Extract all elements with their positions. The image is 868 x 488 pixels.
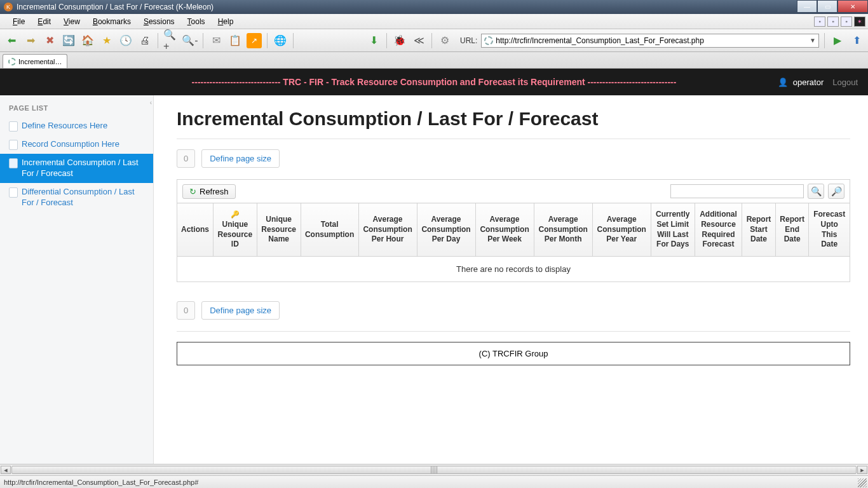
browser-tab[interactable]: Incremental… bbox=[3, 54, 67, 68]
col-header-5[interactable]: Average Consumption Per Day bbox=[417, 203, 475, 257]
document-icon bbox=[9, 158, 18, 168]
menu-help[interactable]: Help bbox=[212, 15, 240, 28]
home-icon[interactable]: 🏠 bbox=[80, 33, 95, 48]
col-header-13[interactable]: Forecast Upto This Date bbox=[809, 203, 850, 257]
app-header: ------------------------------ TRC - FIR… bbox=[0, 69, 868, 95]
menu-tools[interactable]: Tools bbox=[181, 15, 212, 28]
stop-icon[interactable]: ✖ bbox=[42, 33, 57, 48]
col-header-10[interactable]: Additional Resource Required Forecast bbox=[695, 203, 742, 257]
scroll-right-arrow[interactable]: ► bbox=[857, 466, 867, 474]
col-header-3[interactable]: Total Consumption bbox=[301, 203, 358, 257]
search-input[interactable] bbox=[670, 184, 804, 198]
forward-icon[interactable]: ➡ bbox=[23, 33, 38, 48]
col-header-2[interactable]: Unique Resource Name bbox=[257, 203, 301, 257]
window-title: Incremental Consumption / Last For / For… bbox=[17, 3, 214, 11]
menu-edit[interactable]: Edit bbox=[31, 15, 57, 28]
document-icon bbox=[9, 187, 18, 198]
window-minimize-button[interactable]: — bbox=[797, 0, 817, 13]
define-page-size-bottom[interactable]: Define page size bbox=[201, 301, 280, 320]
history-icon[interactable]: 🕓 bbox=[118, 33, 133, 48]
menu-bookmarks[interactable]: Bookmarks bbox=[86, 15, 137, 28]
menu-view[interactable]: View bbox=[57, 15, 86, 28]
sidebar-item-label: Define Resources Here bbox=[22, 121, 107, 132]
sidebar-item-3[interactable]: Differential Consumption / Last For / Fo… bbox=[0, 183, 153, 212]
mail-icon[interactable]: ✉ bbox=[208, 33, 224, 48]
download-icon[interactable]: ⬇ bbox=[366, 33, 381, 48]
zoom-out-icon[interactable]: 🔍- bbox=[182, 33, 198, 48]
menu-file[interactable]: File bbox=[6, 15, 31, 28]
content-wrap: ‹ PAGE LIST Define Resources HereRecord … bbox=[0, 95, 868, 464]
col-header-9[interactable]: Currently Set Limit Will Last For Days bbox=[651, 203, 695, 257]
pager-top: 0 Define page size bbox=[177, 149, 850, 168]
toolbar-sep-4 bbox=[293, 33, 294, 48]
resize-grip-icon[interactable] bbox=[858, 478, 867, 487]
url-input[interactable]: http://trcfir/Incremental_Consumption_La… bbox=[481, 34, 819, 48]
col-header-label: Currently Set Limit Will Last For Days bbox=[656, 210, 689, 248]
advanced-search-button[interactable]: 🔎 bbox=[828, 184, 844, 199]
toolbar-sep-7 bbox=[824, 33, 825, 48]
toolbar-sep-3 bbox=[267, 33, 268, 48]
print-icon[interactable]: 🖨 bbox=[137, 33, 153, 48]
sidebar-collapse-icon[interactable]: ‹ bbox=[150, 99, 152, 106]
menubar: File Edit View Bookmarks Sessions Tools … bbox=[0, 14, 868, 29]
bookmark-star-icon[interactable]: ★ bbox=[99, 33, 114, 48]
rss-icon[interactable]: ↗ bbox=[247, 33, 262, 48]
document-icon bbox=[9, 140, 18, 150]
user-name: operator bbox=[793, 78, 824, 87]
data-table: Actions🔑Unique Resource IDUnique Resourc… bbox=[177, 203, 850, 282]
menubar-btn-3[interactable]: ▫ bbox=[841, 17, 852, 27]
refresh-button[interactable]: ↻ Refresh bbox=[182, 184, 236, 199]
sidebar-item-label: Differential Consumption / Last For / Fo… bbox=[22, 187, 146, 208]
sidebar: ‹ PAGE LIST Define Resources HereRecord … bbox=[0, 95, 154, 464]
bug-icon[interactable]: 🐞 bbox=[392, 33, 407, 48]
toolbar-sep-2 bbox=[203, 33, 203, 48]
logout-link[interactable]: Logout bbox=[832, 78, 858, 87]
page-title: Incremental Consumption / Last For / For… bbox=[177, 108, 850, 130]
main-content: Incremental Consumption / Last For / For… bbox=[154, 95, 868, 464]
sidebar-item-0[interactable]: Define Resources Here bbox=[0, 117, 153, 135]
col-header-label: Average Consumption Per Week bbox=[480, 215, 529, 243]
up-icon[interactable]: ⬆ bbox=[849, 33, 864, 48]
sidebar-item-2[interactable]: Incremental Consumption / Last For / For… bbox=[0, 154, 153, 183]
col-header-6[interactable]: Average Consumption Per Week bbox=[475, 203, 534, 257]
menubar-right-buttons: ▫ ▫ ▫ ✶ bbox=[814, 17, 865, 27]
col-header-1[interactable]: 🔑Unique Resource ID bbox=[214, 203, 257, 257]
reload-icon[interactable]: 🔄 bbox=[61, 33, 76, 48]
divider bbox=[177, 139, 850, 139]
url-dropdown-icon[interactable]: ▼ bbox=[810, 37, 816, 44]
col-header-label: Report End Date bbox=[780, 215, 804, 243]
table-header-row: Actions🔑Unique Resource IDUnique Resourc… bbox=[177, 203, 850, 257]
menubar-btn-4[interactable]: ✶ bbox=[854, 17, 865, 27]
go-icon[interactable]: ▶ bbox=[830, 33, 845, 48]
search-button[interactable]: 🔍 bbox=[808, 184, 824, 199]
col-header-label: Unique Resource Name bbox=[261, 215, 296, 243]
menubar-btn-1[interactable]: ▫ bbox=[814, 17, 825, 27]
user-icon: 👤 bbox=[778, 77, 788, 87]
col-header-label: Average Consumption Per Month bbox=[539, 215, 588, 243]
scroll-left-arrow[interactable]: ◄ bbox=[1, 466, 11, 474]
zoom-in-icon[interactable]: 🔍+ bbox=[163, 33, 179, 48]
col-header-7[interactable]: Average Consumption Per Month bbox=[534, 203, 592, 257]
col-header-11[interactable]: Report Start Date bbox=[742, 203, 776, 257]
settings-icon[interactable]: ⚙ bbox=[437, 33, 452, 48]
col-header-12[interactable]: Report End Date bbox=[775, 203, 809, 257]
share-icon[interactable]: ≪ bbox=[411, 33, 426, 48]
col-header-4[interactable]: Average Consumption Per Hour bbox=[358, 203, 417, 257]
col-header-8[interactable]: Average Consumption Per Year bbox=[592, 203, 651, 257]
sidebar-item-1[interactable]: Record Consumption Here bbox=[0, 135, 153, 154]
menu-sessions[interactable]: Sessions bbox=[137, 15, 181, 28]
col-header-0[interactable]: Actions bbox=[177, 203, 214, 257]
news-icon[interactable]: 📋 bbox=[227, 33, 243, 48]
menubar-btn-2[interactable]: ▫ bbox=[827, 17, 839, 27]
footer-copyright: (C) TRCFIR Group bbox=[177, 342, 850, 365]
window-maximize-button[interactable]: ▭ bbox=[817, 0, 837, 13]
horizontal-scrollbar[interactable]: ◄ ► bbox=[0, 464, 868, 475]
user-link[interactable]: 👤 operator bbox=[778, 77, 824, 87]
window-buttons: — ▭ ✕ bbox=[797, 0, 868, 13]
define-page-size-top[interactable]: Define page size bbox=[201, 149, 280, 168]
sidebar-header: PAGE LIST bbox=[0, 103, 153, 117]
back-icon[interactable]: ⬅ bbox=[4, 33, 19, 48]
window-close-button[interactable]: ✕ bbox=[837, 0, 868, 13]
status-text: http://trcfir/Incremental_Consumption_La… bbox=[4, 478, 198, 486]
globe-icon[interactable]: 🌐 bbox=[273, 33, 288, 48]
